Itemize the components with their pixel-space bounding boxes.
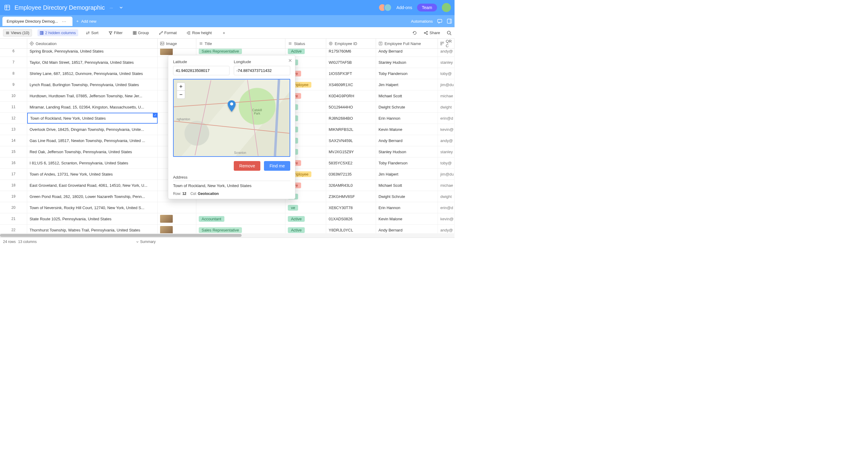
cell-geolocation[interactable]: Miramar, Landing Road, 15, 02364, Kingst… — [27, 101, 158, 112]
cell-full-name[interactable]: Kevin Malone — [376, 213, 438, 224]
column-header-employee-id[interactable]: Employee ID — [326, 39, 376, 48]
group-button[interactable]: Group — [130, 29, 151, 36]
cell-full-name[interactable]: Erin Hannon — [376, 113, 438, 124]
column-header-image[interactable]: Image — [158, 39, 196, 48]
find-me-button[interactable]: Find me — [264, 161, 290, 171]
cell-full-name[interactable]: Stanley Hudson — [376, 146, 438, 157]
cell-qr[interactable]: stanley — [438, 146, 455, 157]
sort-button[interactable]: Sort — [84, 29, 101, 36]
cell-employee-id[interactable]: XS4609R1XC — [326, 79, 376, 90]
cell-qr[interactable]: toby@ — [438, 68, 455, 79]
cell-geolocation[interactable]: Gas Line Road, 18517, Newton Township, P… — [27, 135, 158, 146]
cell-status[interactable]: Active — [285, 213, 326, 224]
cell-qr[interactable]: michae — [438, 180, 455, 191]
add-new-tab[interactable]: ＋ Add new — [75, 19, 97, 24]
cell-full-name[interactable]: Jim Halpert — [376, 79, 438, 90]
scroll-thumb[interactable] — [0, 234, 242, 237]
cell-qr[interactable]: dwight — [438, 191, 455, 202]
cell-full-name[interactable]: Michael Scott — [376, 90, 438, 101]
column-header-title[interactable]: Title — [196, 39, 286, 48]
cell-geolocation[interactable]: State Route 1025, Pennsylvania, United S… — [27, 213, 158, 224]
cell-geolocation[interactable]: Shirley Lane, 687, 18512, Dunmore, Penns… — [27, 68, 158, 79]
cell-geolocation[interactable]: Hurdtown, Hurdtown Trail, 07885, Jeffers… — [27, 90, 158, 101]
cell-employee-id[interactable]: MVJXG15Z9Y — [326, 146, 376, 157]
cell-geolocation[interactable]: Town of Andes, 13731, New York, United S… — [27, 169, 158, 179]
cell-geolocation[interactable]: Lynch Road, Burlington Township, Pennsyl… — [27, 79, 158, 90]
cell-qr[interactable]: erin@d — [438, 113, 455, 124]
cell-employee-id[interactable]: RJ8N2684BO — [326, 113, 376, 124]
search-icon[interactable] — [447, 31, 452, 35]
cell-qr[interactable]: toby@ — [438, 157, 455, 168]
team-button[interactable]: Team — [417, 4, 437, 11]
zoom-in-button[interactable]: + — [177, 83, 185, 91]
cell-employee-id[interactable]: 01XADS0826 — [326, 213, 376, 224]
cell-title[interactable]: Accountant — [196, 213, 286, 224]
remove-button[interactable]: Remove — [234, 161, 260, 171]
cell-image[interactable] — [158, 202, 196, 213]
cell-full-name[interactable]: Dwight Schrute — [376, 101, 438, 112]
cell-full-name[interactable]: Toby Flanderson — [376, 68, 438, 79]
chevron-down-icon[interactable] — [118, 4, 124, 11]
cell-geolocation[interactable]: Taylor, Old Main Street, 18517, Pennsylv… — [27, 57, 158, 68]
close-icon[interactable]: ✕ — [288, 58, 292, 63]
cell-employee-id[interactable]: 326AMR43L0 — [326, 180, 376, 191]
tab-more-icon[interactable]: ··· — [60, 19, 68, 24]
cell-title[interactable] — [196, 202, 286, 213]
cell-employee-id[interactable]: K0D4G9P0RH — [326, 90, 376, 101]
cell-employee-id[interactable]: Z3KGHMV8SF — [326, 191, 376, 202]
automations-link[interactable]: Automations — [411, 19, 433, 24]
user-avatar[interactable] — [442, 3, 451, 12]
cell-geolocation[interactable]: Red Oak, Jefferson Township, Pennsylvani… — [27, 146, 158, 157]
expand-icon[interactable]: ⤢ — [153, 113, 158, 118]
filter-button[interactable]: Filter — [106, 29, 125, 36]
cell-full-name[interactable]: Erin Hannon — [376, 202, 438, 213]
cell-employee-id[interactable]: XE6CY30T78 — [326, 202, 376, 213]
cell-qr[interactable]: erin@d — [438, 202, 455, 213]
collaborator-avatars[interactable] — [378, 4, 392, 11]
share-button[interactable]: Share — [421, 29, 442, 36]
column-header-qr[interactable]: QR C — [438, 39, 455, 48]
column-header-status[interactable]: Status — [285, 39, 326, 48]
longitude-input[interactable] — [234, 66, 290, 75]
cell-qr[interactable]: dwight — [438, 101, 455, 112]
cell-full-name[interactable]: Jim Halpert — [376, 169, 438, 179]
table-row[interactable]: 21State Route 1025, Pennsylvania, United… — [0, 213, 455, 225]
cell-geolocation[interactable]: Town of Rockland, New York, United State… — [27, 113, 158, 124]
addons-link[interactable]: Add-ons — [397, 5, 412, 10]
undo-icon[interactable] — [412, 31, 417, 35]
column-header-full-name[interactable]: Employee Full Name — [376, 39, 438, 48]
cell-full-name[interactable]: Toby Flanderson — [376, 157, 438, 168]
cell-qr[interactable]: kevin@ — [438, 213, 455, 224]
tab-employee-directory[interactable]: Employee Directory Demog... ··· — [2, 17, 72, 26]
cell-status[interactable]: ve — [285, 202, 326, 213]
cell-employee-id[interactable]: WI0J7TAF5B — [326, 57, 376, 68]
more-icon[interactable]: ··· — [108, 4, 114, 11]
panel-icon[interactable] — [447, 19, 452, 24]
cell-geolocation[interactable]: Green Pond Road, 262, 18020, Lower Nazar… — [27, 191, 158, 202]
format-button[interactable]: Format — [157, 29, 179, 36]
zoom-out-button[interactable]: − — [177, 91, 185, 98]
column-header-geolocation[interactable]: Geolocation — [27, 39, 158, 48]
cell-employee-id[interactable]: 5835YC5XE2 — [326, 157, 376, 168]
horizontal-scrollbar[interactable] — [0, 233, 455, 237]
views-button[interactable]: Views (10) — [3, 29, 32, 36]
cell-employee-id[interactable]: SAX2VN459L — [326, 135, 376, 146]
comments-icon[interactable] — [437, 19, 442, 24]
cell-geolocation[interactable]: Town of Neversink, Rocky Hill Court, 127… — [27, 202, 158, 213]
latitude-input[interactable] — [173, 66, 229, 75]
cell-full-name[interactable]: Michael Scott — [376, 180, 438, 191]
cell-employee-id[interactable]: 5O129444HO — [326, 101, 376, 112]
cell-employee-id[interactable]: MIKNRFBS2L — [326, 124, 376, 135]
hidden-columns-button[interactable]: 2 hidden columns — [37, 29, 78, 36]
cell-geolocation[interactable]: East Groveland, East Groveland Road, 406… — [27, 180, 158, 191]
cell-employee-id[interactable]: 1IOS5PX3FT — [326, 68, 376, 79]
cell-full-name[interactable]: Kevin Malone — [376, 124, 438, 135]
cell-full-name[interactable]: Stanley Hudson — [376, 57, 438, 68]
cell-qr[interactable]: andy@ — [438, 135, 455, 146]
cell-full-name[interactable]: Dwight Schrute — [376, 191, 438, 202]
add-column-button[interactable]: ＋ — [220, 29, 228, 37]
cell-qr[interactable]: kevin@ — [438, 124, 455, 135]
table-row[interactable]: 20Town of Neversink, Rocky Hill Court, 1… — [0, 202, 455, 213]
cell-qr[interactable]: stanley — [438, 57, 455, 68]
summary-dropdown[interactable]: Summary — [136, 240, 156, 244]
